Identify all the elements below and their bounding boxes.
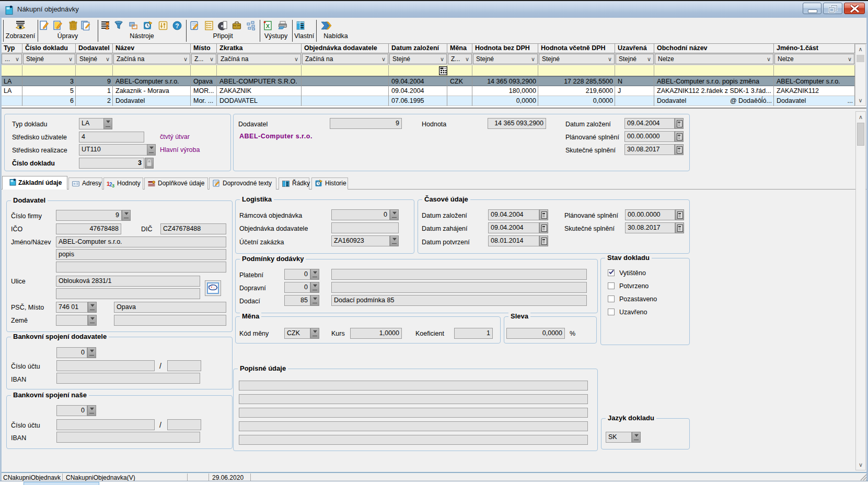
svg-text:X: X [266,23,270,29]
svg-text:?: ? [175,22,179,30]
svg-text:3: 3 [112,183,114,188]
